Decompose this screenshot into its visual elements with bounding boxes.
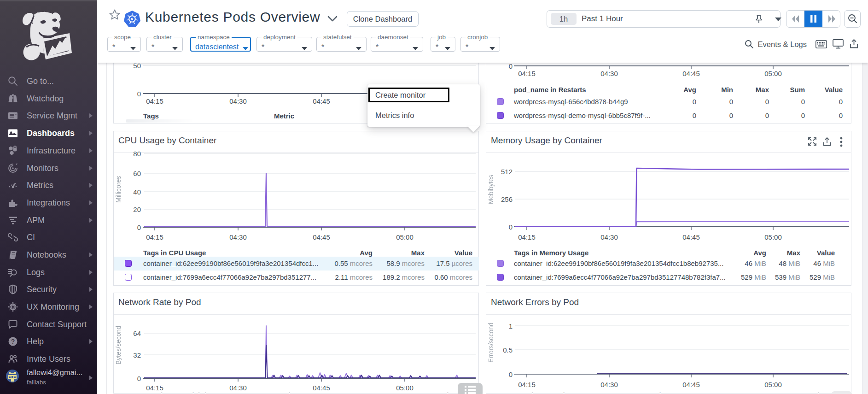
svg-text:?: ? bbox=[11, 338, 15, 345]
